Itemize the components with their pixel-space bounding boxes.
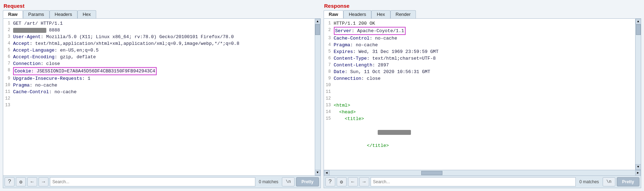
response-code-area[interactable]: 1 HTTP/1.1 200 OK 2 Server: Apache-Coyot…	[324, 19, 641, 170]
table-row: 9 Connection: close	[324, 75, 636, 82]
hscroll-left-btn[interactable]: ◀	[324, 170, 330, 176]
tab-raw-request[interactable]: Raw	[3, 10, 23, 18]
tab-hex-request[interactable]: Hex	[77, 10, 96, 18]
forward-button-response[interactable]: →	[359, 177, 369, 186]
table-row: 15 <title> </title>	[324, 115, 636, 149]
table-row: 1 HTTP/1.1 200 OK	[324, 20, 636, 27]
hscroll-track	[330, 171, 636, 175]
table-row: 5 Expires: Wed, 31 Dec 1969 23:59:59 GMT	[324, 48, 636, 55]
table-row: 7 Connection: close	[3, 60, 315, 67]
settings-button[interactable]: ⚙	[16, 177, 26, 186]
request-matches-label: 0 matches	[257, 179, 280, 184]
table-row: 10 Pragma: no-cache	[3, 82, 315, 89]
help-button-response[interactable]: ?	[325, 177, 335, 186]
request-panel: Request Raw Params Headers Hex 1 GET /ar…	[3, 3, 321, 188]
table-row: 13	[3, 102, 315, 109]
scroll-up-btn-r[interactable]: ▲	[636, 19, 641, 24]
table-row: 2 Server: Apache-Coyote/1.1	[324, 27, 636, 35]
request-vscrollbar[interactable]: ▲ ▼	[315, 19, 320, 175]
scroll-up-btn[interactable]: ▲	[315, 19, 320, 24]
tab-headers-response[interactable]: Headers	[343, 10, 371, 18]
scroll-track	[315, 24, 320, 170]
table-row: 4 Accept: text/html,application/xhtml+xm…	[3, 40, 315, 47]
table-row: 3 Cache-Control: no-cache	[324, 35, 636, 42]
response-vscrollbar[interactable]: ▲ ▼	[635, 19, 641, 170]
tab-raw-response[interactable]: Raw	[324, 10, 344, 18]
hscroll-right-btn[interactable]: ▶	[635, 170, 641, 176]
cookie-highlight: Cookie: JSESSIONID=E7A8A45D56DF4CBB3150F…	[13, 67, 157, 75]
request-title: Request	[3, 3, 321, 9]
table-row: 2 8888	[3, 27, 315, 34]
settings-button-response[interactable]: ⚙	[337, 177, 347, 186]
table-row: 10	[324, 82, 636, 89]
response-toolbar: ? ⚙ ← → 0 matches \n Pretty	[324, 176, 642, 188]
table-row: 9 Upgrade-Insecure-Requests: 1	[3, 75, 315, 82]
newline-button-request[interactable]: \n	[282, 177, 295, 186]
scroll-track-r	[636, 24, 641, 164]
response-panel: Response Raw Headers Hex Render 1 HTTP/1…	[324, 3, 642, 188]
newline-button-response[interactable]: \n	[603, 177, 615, 186]
table-row: 6 Content-Type: text/html;charset=UTF-8	[324, 55, 636, 62]
table-row: 13 <html>	[324, 102, 636, 109]
forward-button[interactable]: →	[39, 177, 48, 186]
response-content: 1 HTTP/1.1 200 OK 2 Server: Apache-Coyot…	[324, 18, 642, 176]
table-row: 12	[3, 95, 315, 102]
response-hscrollbar[interactable]: ◀ ▶	[324, 170, 641, 175]
help-button[interactable]: ?	[5, 177, 14, 186]
back-button-response[interactable]: ←	[348, 177, 358, 186]
response-matches-label: 0 matches	[577, 179, 601, 184]
table-row: 1 GET /art/ HTTP/1.1	[3, 20, 315, 27]
table-row: 3 User-Agent: Mozilla/5.0 (X11; Linux x8…	[3, 34, 315, 40]
table-row: 7 Content-Length: 2897	[324, 62, 636, 68]
response-search-input[interactable]	[371, 177, 576, 186]
blurred-host	[13, 28, 46, 33]
table-row: 6 Accept-Encoding: gzip, deflate	[3, 54, 315, 60]
blurred-title	[378, 130, 411, 135]
table-row: 11 Cache-Control: no-cache	[3, 89, 315, 95]
scroll-thumb-r[interactable]	[636, 24, 641, 35]
request-search-input[interactable]	[50, 177, 255, 186]
response-title: Response	[324, 3, 642, 9]
table-row: 14 <head>	[324, 109, 636, 115]
tab-hex-response[interactable]: Hex	[371, 10, 390, 18]
tab-headers-request[interactable]: Headers	[50, 10, 77, 18]
request-code-area[interactable]: 1 GET /art/ HTTP/1.1 2 8888 3 User-Agent…	[3, 19, 320, 175]
scroll-thumb[interactable]	[315, 24, 320, 35]
table-row: 8 Date: Sun, 11 Oct 2020 10:56:31 GMT	[324, 68, 636, 75]
pretty-button-request[interactable]: Pretty	[296, 177, 319, 186]
back-button[interactable]: ←	[27, 177, 37, 186]
response-tabs: Raw Headers Hex Render	[324, 10, 642, 18]
request-content: 1 GET /art/ HTTP/1.1 2 8888 3 User-Agent…	[3, 18, 321, 176]
hscroll-thumb[interactable]	[421, 171, 442, 175]
table-row: 12	[324, 95, 636, 102]
pretty-button-response[interactable]: Pretty	[617, 177, 639, 186]
scroll-down-btn[interactable]: ▼	[315, 170, 320, 175]
table-row: 4 Pragma: no-cache	[324, 42, 636, 48]
scroll-down-btn-r[interactable]: ▼	[636, 164, 641, 170]
table-row: 5 Accept-Language: en-US,en;q=0.5	[3, 47, 315, 54]
table-row: 8 Cookie: JSESSIONID=E7A8A45D56DF4CBB315…	[3, 67, 315, 75]
request-tabs: Raw Params Headers Hex	[3, 10, 321, 18]
table-row: 11	[324, 89, 636, 95]
tab-render-response[interactable]: Render	[390, 10, 416, 18]
tab-params-request[interactable]: Params	[23, 10, 50, 18]
server-highlight: Server: Apache-Coyote/1.1	[334, 27, 406, 35]
request-toolbar: ? ⚙ ← → 0 matches \n Pretty	[3, 176, 321, 188]
